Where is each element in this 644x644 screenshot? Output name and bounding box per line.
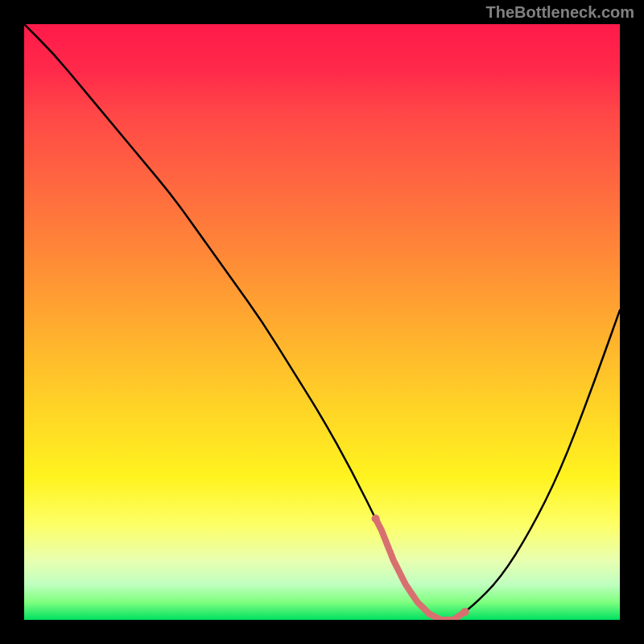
highlight-segment	[376, 518, 465, 620]
highlight-dot-left	[372, 514, 380, 522]
bottleneck-curve-path	[24, 24, 620, 620]
highlight-dot-right	[461, 608, 469, 616]
curve-svg	[24, 24, 620, 620]
chart-plot-area	[24, 24, 620, 620]
watermark-text: TheBottleneck.com	[486, 3, 634, 22]
